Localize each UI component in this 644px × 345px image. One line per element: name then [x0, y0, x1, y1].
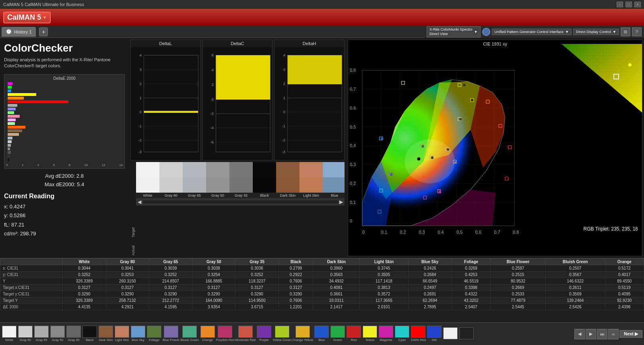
deltae-bar-fill: [8, 100, 68, 103]
table-cell: 0.3127: [192, 285, 235, 291]
bottom-swatch[interactable]: Magenta: [378, 326, 394, 342]
pattern-gen-label: Unified Pattern Generator Control Interf…: [495, 30, 564, 34]
bottom-color-block: [295, 326, 310, 338]
swatch-label: White: [136, 193, 159, 198]
svg-point-114: [390, 173, 392, 176]
bottom-color-block: [50, 326, 65, 338]
delta-c-inner: 6 4 2 0 -2 -4 -6: [203, 47, 272, 160]
bottom-swatch[interactable]: Orange: [200, 326, 215, 342]
bottom-swatch[interactable]: Blue Flower: [163, 326, 180, 342]
table-header-cell: Gray 80: [106, 259, 149, 265]
play-button[interactable]: ▶: [586, 329, 596, 339]
bottom-swatch[interactable]: Dark Skin: [98, 326, 114, 342]
swatch-target: [299, 177, 323, 193]
bottom-swatch[interactable]: Gray 65: [34, 326, 49, 342]
table-header-cell: Dark Skin: [313, 259, 360, 265]
logo[interactable]: CalMAN 5 ▼: [3, 12, 51, 23]
infinite-button[interactable]: ∞: [608, 329, 619, 339]
svg-point-55: [628, 63, 632, 67]
bottom-swatch[interactable]: [459, 327, 474, 340]
bottom-swatch-label: Black: [86, 339, 94, 342]
deltae-bar-row: [8, 129, 121, 133]
bottom-swatch[interactable]: Gray 50: [50, 326, 65, 342]
device-controls: X-Rite ColorMunki SpectroDirect View ▼ U…: [424, 26, 644, 38]
help-button[interactable]: ?: [632, 27, 642, 36]
bottom-swatch[interactable]: Bluish Green: [180, 326, 199, 342]
tab-history-1[interactable]: 🕐 History 1: [2, 27, 36, 37]
bottom-swatch[interactable]: Green: [330, 326, 345, 342]
swatch-column[interactable]: Gray 50: [206, 162, 229, 198]
swatch-column[interactable]: White: [136, 162, 159, 198]
swatch-column[interactable]: Gray 65: [183, 162, 206, 198]
bottom-swatch-label: Gray 80: [20, 339, 31, 342]
table-row-label: ΔE 2000: [0, 304, 63, 310]
bottom-swatch[interactable]: Gray 35: [66, 326, 81, 342]
add-tab-button[interactable]: +: [39, 27, 48, 36]
table-cell: 0.3036: [235, 265, 279, 272]
bottom-swatch[interactable]: Orange Yellow: [292, 326, 313, 342]
table-cell: 33.0311: [313, 297, 360, 304]
svg-text:0: 0: [211, 98, 213, 102]
next-button[interactable]: Next ▶: [619, 330, 642, 338]
close-button[interactable]: ×: [634, 2, 641, 7]
bottom-swatch[interactable]: Foliage: [147, 326, 162, 342]
maximize-button[interactable]: □: [625, 2, 632, 7]
settings-button[interactable]: ⚙: [621, 27, 630, 36]
swatch-column[interactable]: Gray 80: [159, 162, 183, 198]
bottom-swatch[interactable]: Yellow Green: [272, 326, 291, 342]
bottom-swatch[interactable]: Black: [82, 326, 97, 342]
bottom-swatch[interactable]: Moderate Red: [235, 326, 256, 342]
minimize-button[interactable]: −: [617, 2, 623, 7]
swatch-column[interactable]: Light Skin: [299, 162, 323, 198]
deltae-bar-fill: [8, 93, 36, 96]
swatches-next[interactable]: ▶: [339, 199, 343, 205]
data-table-container[interactable]: WhiteGray 80Gray 65Gray 50Gray 35BlackDa…: [0, 258, 644, 322]
swatches-prev[interactable]: ◀: [138, 199, 141, 205]
swatches-nav: ◀ ▶: [136, 198, 345, 206]
skip-end-button[interactable]: ⏭: [597, 329, 607, 339]
display-control-selector[interactable]: Direct Display Control ▼: [573, 29, 619, 35]
bottom-swatch[interactable]: Cyan: [394, 326, 410, 342]
swatch-column[interactable]: Gray 35: [229, 162, 253, 198]
bottom-swatch[interactable]: 100% Red: [411, 326, 426, 342]
color-preview: [561, 44, 642, 112]
svg-text:3: 3: [140, 68, 142, 72]
source-device-selector[interactable]: X-Rite ColorMunki SpectroDirect View ▼: [427, 26, 480, 37]
bottom-swatch[interactable]: Yellow: [362, 326, 378, 342]
table-cell: 0.3290: [106, 291, 149, 297]
table-cell: 0.3127: [63, 285, 106, 291]
bottom-swatch[interactable]: Blue Sky: [130, 326, 146, 342]
bottom-swatch[interactable]: White: [2, 326, 17, 342]
swatch-column[interactable]: Dark Skin: [276, 162, 299, 198]
bottom-color-block: [131, 326, 145, 338]
data-table: WhiteGray 80Gray 65Gray 50Gray 35BlackDa…: [0, 258, 644, 310]
bottom-swatch[interactable]: Purple: [256, 326, 272, 342]
bottom-swatch[interactable]: Light Skin: [114, 326, 130, 342]
deltae-bar-row: [8, 104, 121, 107]
svg-text:4: 4: [140, 53, 142, 57]
deltae-bar-row: [8, 144, 121, 147]
bottom-swatch[interactable]: Red: [346, 326, 361, 342]
back-button[interactable]: ◀: [574, 329, 585, 339]
bottom-swatch[interactable]: 200: [427, 326, 442, 342]
bottom-swatch[interactable]: Purplish Red: [216, 326, 235, 342]
swatches-area: WhiteGray 80Gray 65Gray 50Gray 35BlackDa…: [136, 162, 345, 256]
svg-point-129: [454, 161, 456, 163]
bottom-color-block: [83, 326, 97, 338]
svg-point-118: [421, 145, 424, 148]
deltae-bar-fill: [8, 133, 19, 136]
table-cell: 0.3290: [63, 291, 106, 297]
svg-text:0.1: 0.1: [350, 200, 356, 205]
table-cell: 0.7606: [279, 297, 313, 304]
swatch-column[interactable]: Black: [253, 162, 276, 198]
swatch-label: Dark Skin: [276, 193, 299, 198]
current-reading-title: Current Reading: [4, 193, 125, 200]
bottom-swatch[interactable]: [443, 327, 458, 340]
swatch-column[interactable]: Blue: [323, 162, 345, 198]
bottom-swatch[interactable]: Gray 80: [18, 326, 33, 342]
table-cell: 0.3127: [149, 285, 192, 291]
pattern-gen-selector[interactable]: Unified Pattern Generator Control Interf…: [492, 29, 572, 35]
deltae-bar-fill: [8, 111, 14, 114]
table-header-cell: Orange: [605, 259, 644, 265]
bottom-swatch[interactable]: Blue: [314, 326, 329, 342]
